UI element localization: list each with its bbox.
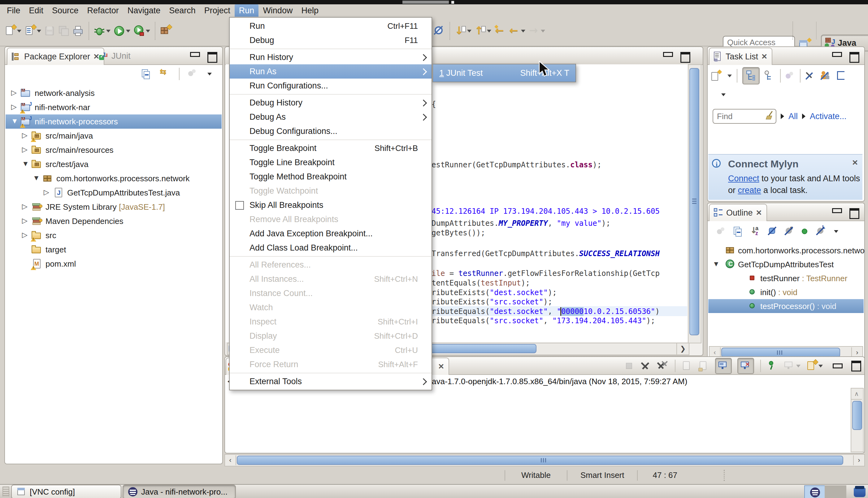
menu-item-debug[interactable]: DebugF11 (230, 33, 432, 47)
tab-task-list[interactable]: Task List ✕ (709, 48, 773, 65)
view-scheduled-icon[interactable] (765, 70, 775, 81)
scroll-right-icon[interactable]: › (853, 455, 864, 465)
new-task-icon[interactable] (711, 70, 721, 81)
menu-item-run-as[interactable]: Run As (230, 64, 432, 79)
tree-item-nifi-network-processors[interactable]: ▼MJ!nifi-network-processors (5, 115, 222, 129)
menubar-item-search[interactable]: Search (165, 4, 200, 17)
connect-link[interactable]: Connect (728, 174, 760, 183)
new-dropdown-icon[interactable] (17, 30, 21, 32)
menubar-item-run[interactable]: Run (235, 4, 259, 17)
minimize-icon[interactable] (832, 208, 842, 213)
hide-non-public-icon[interactable] (801, 227, 809, 235)
maximize-icon[interactable] (850, 208, 859, 219)
tree-collapse-icon[interactable]: ▼ (22, 160, 29, 168)
console-vscrollbar[interactable]: ∧ (851, 388, 864, 452)
previous-annotation-dropdown-icon[interactable] (487, 30, 491, 32)
maximize-icon[interactable] (207, 52, 217, 63)
menubar-item-file[interactable]: File (2, 4, 25, 17)
tree-collapse-icon[interactable]: ▼ (33, 174, 40, 182)
tree-expand-icon[interactable]: ▷ (44, 188, 49, 196)
hide-fields-icon[interactable] (768, 226, 778, 236)
view-categorized-button[interactable] (742, 67, 760, 84)
expand-arrow-icon[interactable] (802, 114, 805, 119)
last-edit-location-button[interactable]: ← (493, 22, 507, 40)
tree-item-pom-xml[interactable]: M!pom.xml (5, 257, 222, 271)
code-line[interactable]: { (432, 100, 436, 109)
expand-arrow-icon[interactable] (781, 114, 784, 119)
open-console-button[interactable] (806, 361, 823, 371)
menubar-item-refactor[interactable]: Refactor (83, 4, 123, 17)
editor-vscroll-thumb[interactable] (689, 68, 699, 335)
new-task-dropdown-icon[interactable] (727, 75, 732, 77)
editor-vscrollbar[interactable] (688, 64, 701, 343)
tab-outline[interactable]: Outline ✕ (709, 204, 767, 221)
create-link[interactable]: create (738, 186, 761, 195)
clear-find-broom-icon[interactable] (766, 112, 775, 120)
tree-item-jre-system-library[interactable]: ▷JRE System Library [JavaSE-1.7] (5, 200, 222, 214)
tree-collapse-icon[interactable]: ▼ (713, 260, 720, 268)
menubar-item-navigate[interactable]: Navigate (123, 4, 165, 17)
deactivate-task-icon[interactable] (805, 71, 815, 81)
menubar-item-source[interactable]: Source (48, 4, 83, 17)
menu-item-run-history[interactable]: Run History (230, 50, 432, 64)
print-button[interactable] (71, 22, 86, 40)
skip-all-breakpoints-checkbox[interactable] (235, 201, 244, 210)
code-line[interactable]: tentEquals(testInput); (432, 278, 530, 288)
tray-active-window[interactable] (804, 485, 826, 498)
tree-item-src-main-resources[interactable]: ▷src/main/resources (5, 143, 222, 157)
minimize-icon[interactable] (190, 52, 200, 57)
menu-item-external-tools[interactable]: External Tools (230, 374, 432, 389)
code-line[interactable]: DumpAttributes.MY_PROPERTY, "my value"); (432, 219, 611, 228)
run-coverage-button[interactable] (132, 22, 152, 40)
collapse-all-icon[interactable] (141, 69, 152, 79)
code-line[interactable]: ributeEquals("dest.socket", "0000010.0.2… (432, 307, 660, 316)
hide-local-types-icon[interactable]: L (816, 226, 826, 236)
tree-expand-icon[interactable]: ▷ (22, 231, 27, 239)
run-coverage-dropdown-icon[interactable] (146, 30, 150, 32)
new-button[interactable] (3, 22, 23, 40)
menu-item-add-class-load-breakpoint[interactable]: Add Class Load Breakpoint... (230, 241, 432, 255)
remove-launch-button[interactable] (641, 361, 652, 371)
scroll-up-icon[interactable]: ∧ (851, 389, 862, 399)
menu-item-debug-configurations[interactable]: Debug Configurations... (230, 124, 432, 138)
run-dropdown-icon[interactable] (126, 30, 130, 32)
menubar-item-edit[interactable]: Edit (25, 4, 48, 17)
show-stderr-button[interactable]: ✕ (737, 358, 754, 374)
group-by-owner-icon[interactable] (820, 70, 831, 81)
back-button[interactable]: ← (507, 22, 527, 40)
collapse-all-icon[interactable] (733, 226, 743, 237)
tree-expand-icon[interactable]: ▷ (22, 145, 27, 154)
close-icon[interactable]: ✕ (852, 158, 858, 167)
menu-item-debug-history[interactable]: Debug History (230, 95, 432, 110)
menu-item-toggle-method-breakpoint[interactable]: Toggle Method Breakpoint (230, 170, 432, 184)
tree-item-gettcpdumpattributestest-java[interactable]: ▷JGetTcpDumpAttributesTest.java (5, 186, 222, 200)
link-with-editor-icon[interactable]: ⇆ (160, 68, 171, 79)
code-line[interactable]: Transferred(GetTcpDumpAttributes.SUCCESS… (432, 249, 660, 259)
code-line[interactable]: ributeExists("src.socket"); (432, 297, 552, 307)
view-menu-icon[interactable] (834, 230, 838, 233)
tree-item-target[interactable]: target (5, 243, 222, 257)
hide-static-icon[interactable]: s (784, 226, 794, 236)
maximize-icon[interactable] (850, 52, 859, 63)
new-wizard-dropdown-icon[interactable] (37, 30, 41, 32)
outline-item-testprocessor-[interactable]: testProcessor() : void (708, 299, 864, 313)
tree-item-com-hortonworks-processors-network[interactable]: ▼com.hortonworks.processors.network (5, 171, 222, 186)
debug-button[interactable] (92, 22, 112, 40)
outline-item-init-[interactable]: init() : void (708, 285, 864, 299)
menu-item-run[interactable]: RunCtrl+F11 (230, 19, 432, 33)
trash-icon[interactable] (853, 485, 867, 498)
focus-icon[interactable] (188, 69, 198, 79)
minimize-icon[interactable] (833, 364, 843, 368)
close-icon[interactable]: ✕ (761, 52, 767, 61)
next-annotation-dropdown-icon[interactable] (467, 30, 471, 32)
tree-item-src[interactable]: ▷!src (5, 228, 222, 243)
tab-package-explorer[interactable]: Package Explorer ✕ (7, 48, 104, 65)
tree-item-nifi-network-nar[interactable]: ▷MJ!nifi-network-nar (5, 100, 222, 115)
menu-item-run-configurations[interactable]: Run Configurations... (230, 79, 432, 93)
menubar-item-help[interactable]: Help (297, 4, 323, 17)
view-menu-icon[interactable] (207, 73, 212, 76)
tree-expand-icon[interactable]: ▷ (22, 202, 27, 211)
maximize-icon[interactable] (851, 361, 861, 371)
minimize-icon[interactable] (663, 52, 673, 57)
outline-item-com-hortonworks-processors-netwo[interactable]: com.hortonworks.processors.netwo (708, 244, 864, 257)
